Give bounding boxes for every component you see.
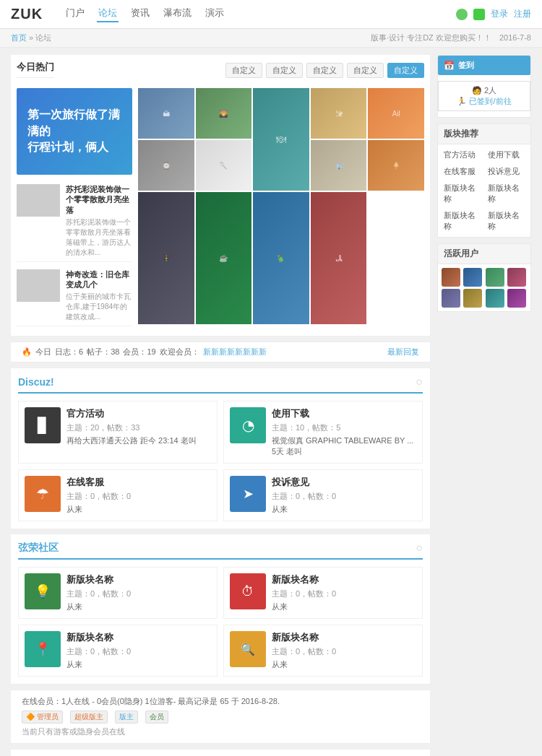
- online-note: 当前只有游客或隐身会员在线: [22, 726, 419, 737]
- grid-img-11[interactable]: ☕: [196, 192, 252, 324]
- forum-card-official[interactable]: 官方活动 主题：20，帖数：33 再给大西洋通天公路 距今 23:14 老叫: [18, 401, 218, 464]
- avatar-7[interactable]: [486, 289, 504, 308]
- zhurong-card-2[interactable]: 新版块名称 主题：0，帖数：0 从来: [223, 567, 423, 619]
- grid-img-2[interactable]: 🌄: [196, 88, 252, 139]
- login-link[interactable]: 登录: [491, 8, 508, 20]
- grid-img-12[interactable]: 🦜: [253, 192, 309, 324]
- tab-custom-5[interactable]: 自定义: [387, 63, 424, 78]
- zhurong-card-1[interactable]: 新版块名称 主题：0，帖数：0 从来: [18, 567, 218, 619]
- forum-info-service: 在线客服 主题：0，帖数：0 从来: [66, 476, 211, 515]
- nav-home[interactable]: 门户: [64, 6, 86, 22]
- forum-card-service[interactable]: 在线客服 主题：0，帖数：0 从来: [18, 469, 218, 521]
- avatar-6[interactable]: [463, 289, 482, 308]
- site-logo[interactable]: ZUK: [11, 6, 43, 22]
- stats-members[interactable]: 新新新新新新新新: [203, 347, 267, 357]
- main-container: 今日热门 自定义 自定义 自定义 自定义 自定义 第一次旅行做了满满的行程计划，…: [0, 48, 542, 756]
- wechat-icon[interactable]: [473, 9, 485, 20]
- stats-welcome: 欢迎会员：: [160, 347, 199, 357]
- grid-img-1[interactable]: 🏔: [138, 88, 194, 139]
- zhurong-info-3: 新版块名称 主题：0，帖数：0 从来: [66, 631, 211, 670]
- avatar-3[interactable]: [486, 268, 504, 287]
- forum-icon-service: [25, 476, 61, 512]
- tab-custom-2[interactable]: 自定义: [266, 63, 303, 78]
- zhurong-icon-2: [230, 573, 266, 609]
- grid-img-4[interactable]: 🏜: [311, 88, 367, 139]
- forum-info-official: 官方活动 主题：20，帖数：33 再给大西洋通天公路 距今 23:14 老叫: [66, 407, 211, 457]
- sidebar-link-5[interactable]: 新版块名称: [485, 181, 528, 207]
- grid-img-6[interactable]: ⌚: [138, 140, 194, 191]
- fire-icon: 🔥: [22, 347, 32, 357]
- nav-waterfall[interactable]: 瀑布流: [162, 6, 193, 22]
- grid-img-13[interactable]: 🏞: [311, 192, 367, 324]
- zhurong-section-title: 弦荣社区: [18, 542, 59, 555]
- sign-icon: 📅: [444, 61, 455, 71]
- discuz-collapse-icon[interactable]: ○: [416, 375, 423, 388]
- zhurong-card-4[interactable]: 新版块名称 主题：0，帖数：0 从来: [223, 625, 423, 677]
- post-content-1: 苏托彩泥装饰做一个零零散散月亮坐落 苏托彩泥装饰做一个零零散散月亮坐落看落磁带上…: [66, 184, 132, 258]
- tag-super-mod: 超级版主: [70, 711, 108, 724]
- grid-img-3[interactable]: 🍽: [253, 88, 309, 191]
- forum-card-feedback[interactable]: 投诉意见 主题：0，帖数：0 从来: [223, 469, 423, 521]
- sidebar: 📅 签到 🧑 2人 🏃 已签到/前往 版块推荐 官方活动 使用下载 在线客服 投…: [437, 55, 531, 756]
- grid-img-7[interactable]: 🥄: [196, 140, 252, 191]
- avatar-8[interactable]: [507, 289, 526, 308]
- grid-img-5[interactable]: Ail: [368, 88, 424, 139]
- header: ZUK 门户 论坛 资讯 瀑布流 演示 登录 注册: [0, 0, 542, 29]
- avatar-1[interactable]: [442, 268, 460, 287]
- grid-img-9[interactable]: 🍦: [368, 140, 424, 191]
- sidebar-link-1[interactable]: 使用下载: [485, 147, 528, 162]
- tab-custom-3[interactable]: 自定义: [306, 63, 343, 78]
- zhurong-name-2: 新版块名称: [272, 573, 416, 586]
- discuz-section-title: Discuz!: [18, 376, 54, 388]
- nav-forum[interactable]: 论坛: [97, 6, 119, 22]
- sidebar-link-4[interactable]: 新版块名称: [441, 181, 483, 207]
- grid-img-8[interactable]: 🏢: [311, 140, 367, 191]
- breadcrumb: 首页 » 论坛 版事·设计 专注DZ 欢迎您购买！！ 2016-7-8: [0, 29, 542, 48]
- online-bar: 在线会员：1人在线 - 0会员(0隐身) 1位游客- 最高记录是 65 于 20…: [11, 690, 430, 744]
- forum-icon-feedback: [230, 476, 266, 512]
- notification-icon[interactable]: [456, 9, 468, 20]
- banner-text: 第一次旅行做了满满的行程计划，俩人: [27, 107, 121, 155]
- breadcrumb-right: 版事·设计 专注DZ 欢迎您购买！！ 2016-7-8: [371, 32, 531, 43]
- featured-banner[interactable]: 第一次旅行做了满满的行程计划，俩人: [17, 88, 132, 175]
- location-icon: [35, 641, 51, 657]
- zhurong-name-4: 新版块名称: [272, 631, 416, 644]
- small-posts: 苏托彩泥装饰做一个零零散散月亮坐落 苏托彩泥装饰做一个零零散散月亮坐落看落磁带上…: [17, 181, 132, 326]
- sidebar-link-2[interactable]: 在线客服: [441, 164, 483, 179]
- umbrella-icon: [36, 485, 49, 503]
- zhurong-section: 弦荣社区 ○ 新版块名称 主题：0，帖数：0 从来: [11, 534, 430, 684]
- bulb-icon: [35, 583, 51, 599]
- sidebar-link-7[interactable]: 新版块名称: [485, 208, 528, 234]
- nav-demo[interactable]: 演示: [204, 6, 225, 22]
- zhurong-icon-4: [230, 631, 266, 667]
- active-users-title: 活跃用户: [438, 244, 530, 264]
- forum-name-download: 使用下载: [272, 407, 416, 420]
- zhurong-card-3[interactable]: 新版块名称 主题：0，帖数：0 从来: [18, 625, 218, 677]
- grid-img-10[interactable]: 🚦: [138, 192, 194, 324]
- avatar-grid: [438, 264, 530, 311]
- sign-card[interactable]: 📅 签到: [438, 56, 530, 75]
- small-post-1[interactable]: 苏托彩泥装饰做一个零零散散月亮坐落 苏托彩泥装饰做一个零零散散月亮坐落看落磁带上…: [17, 181, 132, 262]
- forum-last-official: 再给大西洋通天公路 距今 23:14 老叫: [66, 435, 211, 446]
- zhurong-collapse-icon[interactable]: ○: [416, 542, 423, 555]
- sidebar-link-3[interactable]: 投诉意见: [485, 164, 528, 179]
- stats-latest[interactable]: 最新回复: [387, 347, 419, 357]
- sidebar-link-0[interactable]: 官方活动: [441, 147, 483, 162]
- forum-stats-download: 主题：10，帖数：5: [272, 422, 416, 433]
- sidebar-link-6[interactable]: 新版块名称: [441, 208, 483, 234]
- tab-custom-1[interactable]: 自定义: [225, 63, 262, 78]
- tag-mod: 版主: [115, 711, 138, 724]
- zhurong-forum-grid: 新版块名称 主题：0，帖数：0 从来 新版块名称 主题：0，帖数：0 从来: [18, 567, 423, 677]
- tab-custom-4[interactable]: 自定义: [347, 63, 384, 78]
- small-post-2[interactable]: 神奇改造：旧仓库变成几个 位于美丽的城市卡瓦仓库,建于1984年的建筑改成...: [17, 266, 132, 327]
- forum-info-download: 使用下载 主题：10，帖数：5 视觉假真 GRAPHIC TABLEWARE B…: [272, 407, 416, 457]
- nav-news[interactable]: 资讯: [129, 6, 151, 22]
- forum-card-download[interactable]: 使用下载 主题：10，帖数：5 视觉假真 GRAPHIC TABLEWARE B…: [223, 401, 423, 464]
- breadcrumb-home[interactable]: 首页: [11, 33, 27, 42]
- search-person-icon: [241, 643, 255, 656]
- avatar-5[interactable]: [442, 289, 460, 308]
- zhurong-name-1: 新版块名称: [66, 573, 211, 586]
- register-link[interactable]: 注册: [514, 8, 531, 20]
- avatar-4[interactable]: [507, 268, 526, 287]
- avatar-2[interactable]: [463, 268, 482, 287]
